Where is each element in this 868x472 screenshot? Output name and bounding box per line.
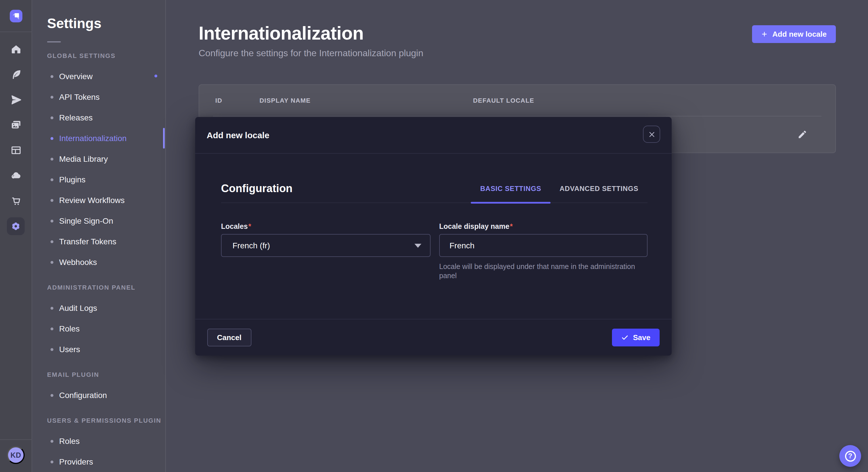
- sidebar-item-roles[interactable]: Roles: [47, 318, 165, 339]
- pictures-icon[interactable]: [3, 112, 28, 138]
- configuration-row: Configuration BASIC SETTINGSADVANCED SET…: [221, 182, 648, 203]
- bullet-icon: [51, 307, 53, 309]
- sidebar-item-label: Overview: [59, 72, 93, 81]
- locales-select-value: French (fr): [232, 241, 270, 250]
- rail-bottom-divider: [0, 439, 32, 440]
- user-avatar[interactable]: KD: [7, 446, 25, 464]
- feather-icon[interactable]: [3, 62, 28, 87]
- table-column-header: DEFAULT LOCALE: [473, 97, 534, 104]
- workspace-logo-cell[interactable]: [0, 0, 32, 32]
- table-column-header: DISPLAY NAME: [259, 97, 311, 104]
- bullet-icon: [51, 440, 53, 442]
- cancel-button[interactable]: Cancel: [207, 329, 251, 346]
- display-name-label: Locale display name*: [439, 222, 648, 231]
- table-column-header: ID: [215, 97, 222, 104]
- add-new-locale-label: Add new locale: [772, 30, 827, 38]
- sidebar-item-overview[interactable]: Overview: [47, 66, 165, 87]
- display-name-input[interactable]: [439, 234, 648, 257]
- strapi-logo-icon: [9, 9, 22, 22]
- sidebar-item-internationalization[interactable]: Internationalization: [47, 128, 165, 148]
- sidebar-item-label: Configuration: [59, 391, 107, 400]
- check-icon: [621, 334, 628, 341]
- edit-pencil-icon[interactable]: [797, 130, 807, 139]
- settings-sidebar: Settings GLOBAL SETTINGSOverviewAPI Toke…: [32, 0, 166, 472]
- rail-nav: [0, 37, 32, 239]
- paper-plane-icon[interactable]: [3, 87, 28, 112]
- locales-select[interactable]: French (fr): [221, 234, 431, 257]
- display-name-hint: Locale will be displayed under that name…: [439, 262, 645, 280]
- cloud-icon[interactable]: [3, 163, 28, 188]
- sidebar-item-label: Users: [59, 345, 80, 354]
- bullet-icon: [51, 199, 53, 202]
- sidebar-item-label: API Tokens: [59, 92, 100, 102]
- sidebar-item-releases[interactable]: Releases: [47, 107, 165, 128]
- bullet-icon: [51, 240, 53, 243]
- bullet-icon: [51, 220, 53, 222]
- save-button[interactable]: Save: [612, 329, 660, 346]
- gear-active-box: [7, 217, 25, 235]
- configuration-title: Configuration: [221, 182, 292, 196]
- table-header-row: IDDISPLAY NAMEDEFAULT LOCALE: [199, 85, 835, 116]
- required-asterisk: *: [248, 223, 251, 231]
- bullet-icon: [51, 96, 53, 98]
- sidebar-item-media-library[interactable]: Media Library: [47, 148, 165, 169]
- sidebar-item-list: OverviewAPI TokensReleasesInternationali…: [47, 66, 165, 272]
- sidebar-item-configuration[interactable]: Configuration: [47, 385, 165, 405]
- sidebar-item-label: Internationalization: [59, 134, 127, 143]
- help-button[interactable]: ?: [839, 445, 861, 467]
- sidebar-item-providers[interactable]: Providers: [47, 451, 165, 472]
- close-icon: [648, 131, 655, 137]
- sidebar-item-webhooks[interactable]: Webhooks: [47, 252, 165, 272]
- sidebar-item-label: Audit Logs: [59, 303, 97, 312]
- sidebar-item-label: Providers: [59, 457, 93, 466]
- modal-title: Add new locale: [207, 130, 269, 140]
- sidebar-section-label: USERS & PERMISSIONS PLUGIN: [47, 417, 165, 424]
- active-item-indicator: [163, 128, 165, 148]
- sidebar-item-transfer-tokens[interactable]: Transfer Tokens: [47, 231, 165, 252]
- bullet-icon: [51, 178, 53, 181]
- sidebar-item-list: Audit LogsRolesUsers: [47, 298, 165, 360]
- sidebar-item-label: Media Library: [59, 154, 108, 164]
- bullet-icon: [51, 394, 53, 397]
- sidebar-item-audit-logs[interactable]: Audit Logs: [47, 298, 165, 318]
- cart-icon[interactable]: [3, 188, 28, 213]
- bullet-icon: [51, 348, 53, 351]
- sidebar-item-api-tokens[interactable]: API Tokens: [47, 87, 165, 107]
- sidebar-item-label: Review Workflows: [59, 196, 125, 205]
- settings-tabs: BASIC SETTINGSADVANCED SETTINGS: [471, 182, 648, 196]
- sidebar-item-users[interactable]: Users: [47, 339, 165, 360]
- sidebar-item-plugins[interactable]: Plugins: [47, 169, 165, 190]
- bullet-icon: [51, 75, 53, 78]
- home-icon[interactable]: [3, 37, 28, 62]
- sidebar-item-single-sign-on[interactable]: Single Sign-On: [47, 210, 165, 231]
- sidebar-item-label: Releases: [59, 113, 93, 122]
- gear-icon[interactable]: [3, 213, 28, 239]
- sidebar-item-review-workflows[interactable]: Review Workflows: [47, 190, 165, 210]
- sidebar-section-label: EMAIL PLUGIN: [47, 371, 165, 378]
- sidebar-item-roles[interactable]: Roles: [47, 431, 165, 451]
- sidebar-item-list: RolesProviders: [47, 431, 165, 472]
- sidebar-item-label: Roles: [59, 436, 80, 446]
- sidebar-item-label: Plugins: [59, 175, 86, 184]
- bullet-icon: [51, 137, 53, 140]
- title-underline: [47, 41, 61, 42]
- bullet-icon: [51, 460, 53, 463]
- add-new-locale-button[interactable]: Add new locale: [752, 25, 836, 43]
- question-mark-icon: ?: [845, 450, 856, 461]
- tab-basic-settings[interactable]: BASIC SETTINGS: [471, 182, 551, 196]
- sidebar-item-label: Transfer Tokens: [59, 237, 116, 246]
- modal-header: Add new locale: [195, 117, 672, 154]
- sidebar-item-label: Roles: [59, 324, 80, 333]
- close-button[interactable]: [643, 126, 660, 143]
- sidebar-item-label: Webhooks: [59, 258, 97, 267]
- tab-advanced-settings[interactable]: ADVANCED SETTINGS: [550, 182, 648, 196]
- page-title: Internationalization: [198, 22, 836, 45]
- bullet-icon: [51, 327, 53, 330]
- form-fields: Locales* French (fr) Locale display name…: [221, 222, 648, 280]
- modal-footer: Cancel Save: [195, 319, 672, 356]
- notification-dot: [154, 74, 157, 77]
- modal-body: Configuration BASIC SETTINGSADVANCED SET…: [195, 182, 672, 280]
- layout-icon[interactable]: [3, 138, 28, 163]
- locales-label: Locales*: [221, 222, 431, 231]
- sidebar-sections: GLOBAL SETTINGSOverviewAPI TokensRelease…: [47, 52, 165, 472]
